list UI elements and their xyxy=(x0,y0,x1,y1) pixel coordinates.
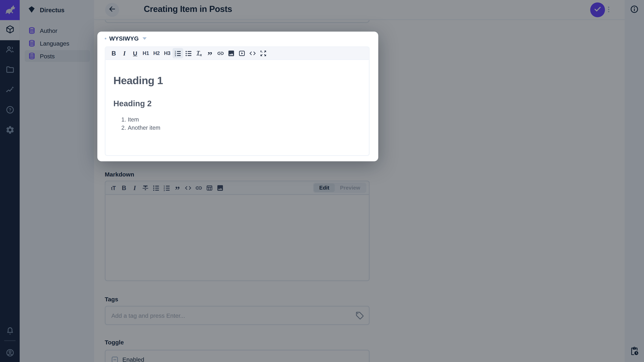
image-button[interactable] xyxy=(226,48,237,58)
content-heading-2: Heading 2 xyxy=(113,98,361,109)
modified-dot-icon xyxy=(105,38,106,39)
ordered-list-button[interactable]: 123 xyxy=(172,48,183,58)
bullet-list-button[interactable] xyxy=(183,48,194,58)
h3-button[interactable]: H3 xyxy=(162,48,172,58)
fullscreen-button[interactable] xyxy=(258,48,269,58)
content-heading-1: Heading 1 xyxy=(113,73,361,87)
link-button[interactable] xyxy=(215,48,226,58)
wysiwyg-toolbar: BIUH1H2H3123Tx” xyxy=(106,47,369,60)
underline-button[interactable]: U xyxy=(130,48,140,58)
wysiwyg-content[interactable]: Heading 1 Heading 2 ItemAnother item xyxy=(106,73,369,156)
wysiwyg-field-label: WYSIWYG xyxy=(109,35,139,42)
remove-format-button[interactable]: Tx xyxy=(194,48,204,58)
h2-button[interactable]: H2 xyxy=(151,48,162,58)
app: ? Directus xyxy=(0,0,644,362)
list-item: Item xyxy=(128,115,361,123)
field-menu-arrow-icon[interactable] xyxy=(142,37,146,40)
blockquote-button[interactable]: ” xyxy=(204,48,215,58)
bold-button[interactable]: B xyxy=(108,48,119,58)
h1-button[interactable]: H1 xyxy=(140,48,151,58)
content-ordered-list: ItemAnother item xyxy=(113,115,361,132)
video-button[interactable] xyxy=(237,48,247,58)
svg-text:3: 3 xyxy=(175,54,176,57)
code-button[interactable] xyxy=(247,48,258,58)
wysiwyg-focused-card: WYSIWYG BIUH1H2H3123Tx” Heading 1 Headin… xyxy=(97,32,378,161)
italic-button[interactable]: I xyxy=(119,48,130,58)
list-item: Another item xyxy=(128,123,361,132)
wysiwyg-field-label-row: WYSIWYG xyxy=(105,35,146,42)
wysiwyg-editor: BIUH1H2H3123Tx” Heading 1 Heading 2 Item… xyxy=(105,46,370,156)
